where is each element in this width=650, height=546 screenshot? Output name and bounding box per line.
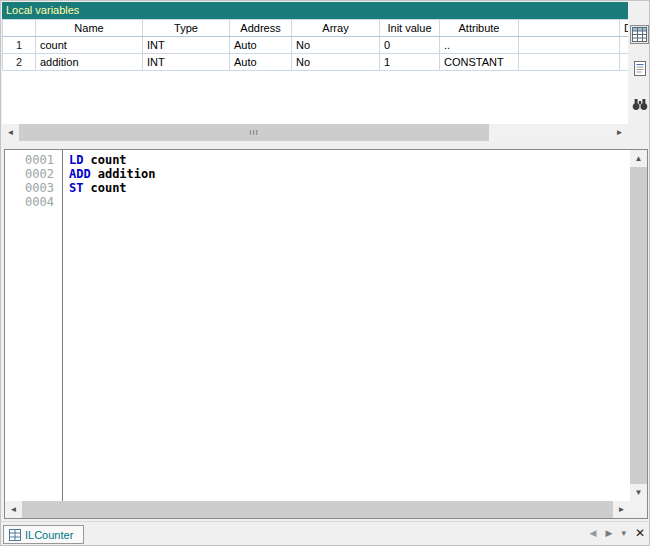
il-operand: addition (98, 167, 156, 181)
scrollbar-thumb[interactable] (630, 167, 647, 484)
il-operand: count (90, 181, 126, 195)
document-icon (633, 61, 647, 76)
cell-description[interactable] (620, 37, 629, 54)
tab-ilcounter[interactable]: ILCounter (3, 525, 84, 544)
il-keyword: ADD (69, 167, 91, 181)
row-number-header[interactable] (3, 20, 36, 37)
column-header-init-value[interactable]: Init value (380, 20, 440, 37)
side-toolbar (629, 19, 650, 141)
variables-table-container: Name Type Address Array Init value Attri… (2, 19, 628, 124)
scroll-left-button[interactable]: ◄ (2, 124, 19, 141)
table-header-row: Name Type Address Array Init value Attri… (3, 20, 629, 37)
cell-blank[interactable] (519, 37, 620, 54)
column-header-description-cut[interactable]: D (620, 20, 629, 37)
column-header-blank[interactable] (519, 20, 620, 37)
cell-address[interactable]: Auto (230, 54, 292, 71)
previous-tab-button[interactable]: ◀ (590, 528, 597, 538)
scrollbar-thumb[interactable]: III (19, 124, 489, 141)
next-tab-button[interactable]: ▶ (605, 528, 612, 538)
table-row[interactable]: 2 addition INT Auto No 1 CONSTANT (3, 54, 629, 71)
cell-attribute[interactable]: CONSTANT (440, 54, 519, 71)
variables-table: Name Type Address Array Init value Attri… (2, 19, 628, 71)
gutter-separator (62, 150, 63, 501)
il-code-editor: 0001 LDcount 0002 ADDaddition 0003 STcou… (4, 149, 648, 519)
local-variables-title-bar: Local variables (2, 2, 628, 19)
variable-grid-view-button[interactable] (630, 25, 649, 44)
grid-icon (632, 27, 647, 42)
binoculars-icon (632, 98, 648, 111)
close-document-button[interactable]: ✕ (635, 527, 645, 539)
program-grid-icon (9, 529, 21, 541)
scrollbar-corner (630, 501, 647, 518)
cell-init-value[interactable]: 0 (380, 37, 440, 54)
line-number: 0004 (5, 195, 59, 209)
table-horizontal-scrollbar[interactable]: ◄ III ► (2, 124, 628, 141)
tab-list-dropdown-button[interactable]: ▾ (621, 528, 626, 538)
column-header-name[interactable]: Name (36, 20, 143, 37)
scroll-right-button[interactable]: ► (611, 124, 628, 141)
document-tab-bar: ILCounter ◀ ▶ ▾ ✕ (1, 521, 650, 545)
cell-attribute[interactable]: .. (440, 37, 519, 54)
row-number-cell[interactable]: 1 (3, 37, 36, 54)
line-number: 0003 (5, 181, 59, 195)
panel-title: Local variables (6, 4, 79, 16)
column-header-type[interactable]: Type (143, 20, 230, 37)
find-button[interactable] (630, 95, 649, 114)
column-header-attribute[interactable]: Attribute (440, 20, 519, 37)
tab-label: ILCounter (25, 529, 73, 541)
line-number: 0002 (5, 167, 59, 181)
scroll-up-button[interactable]: ▲ (630, 150, 647, 167)
cell-init-value[interactable]: 1 (380, 54, 440, 71)
cell-address[interactable]: Auto (230, 37, 292, 54)
declaration-view-button[interactable] (630, 59, 649, 78)
scrollbar-thumb[interactable] (22, 501, 613, 518)
scroll-right-button[interactable]: ► (613, 501, 630, 518)
table-row[interactable]: 1 count INT Auto No 0 .. (3, 37, 629, 54)
editor-horizontal-scrollbar[interactable]: ◄ ► (5, 501, 630, 518)
tab-navigation: ◀ ▶ ▾ ✕ (590, 527, 645, 539)
column-header-array[interactable]: Array (292, 20, 380, 37)
il-operand: count (90, 153, 126, 167)
scroll-down-button[interactable]: ▼ (630, 484, 647, 501)
cell-type[interactable]: INT (143, 54, 230, 71)
cell-array[interactable]: No (292, 37, 380, 54)
il-keyword: ST (69, 181, 83, 195)
il-keyword: LD (69, 153, 83, 167)
cell-blank[interactable] (519, 54, 620, 71)
cell-name[interactable]: count (36, 37, 143, 54)
editor-vertical-scrollbar[interactable]: ▲ ▼ (630, 150, 647, 501)
code-line[interactable]: 0004 (5, 195, 630, 209)
cell-array[interactable]: No (292, 54, 380, 71)
cell-description[interactable] (620, 54, 629, 71)
code-line[interactable]: 0003 STcount (5, 181, 630, 195)
scroll-left-button[interactable]: ◄ (5, 501, 22, 518)
cell-type[interactable]: INT (143, 37, 230, 54)
row-number-cell[interactable]: 2 (3, 54, 36, 71)
code-area[interactable]: 0001 LDcount 0002 ADDaddition 0003 STcou… (5, 150, 630, 501)
code-line[interactable]: 0002 ADDaddition (5, 167, 630, 181)
cell-name[interactable]: addition (36, 54, 143, 71)
line-number: 0001 (5, 153, 59, 167)
column-header-address[interactable]: Address (230, 20, 292, 37)
code-line[interactable]: 0001 LDcount (5, 153, 630, 167)
il-editor-window: Local variables Name Type Address Array … (0, 0, 650, 546)
